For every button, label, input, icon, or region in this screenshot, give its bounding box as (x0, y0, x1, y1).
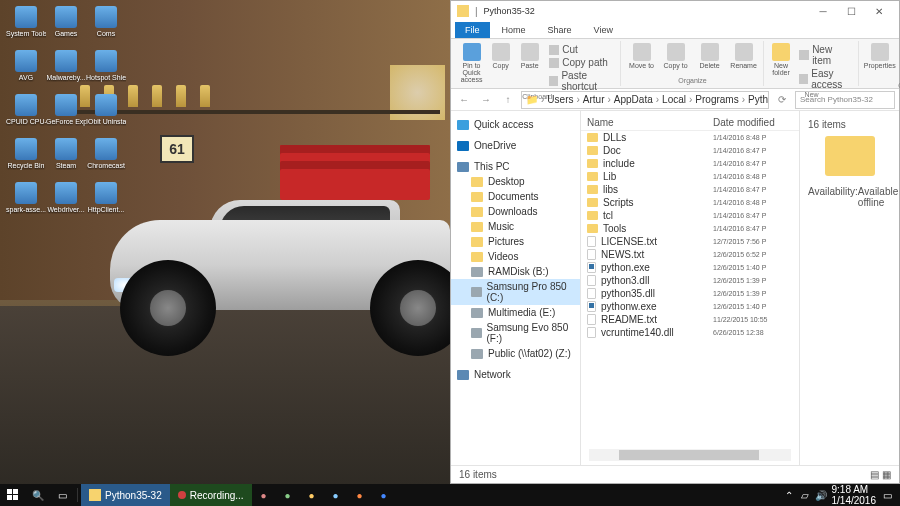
desktop-icon[interactable]: Webdriver... (46, 182, 86, 226)
paste-button[interactable]: Paste (517, 43, 542, 69)
nav-public[interactable]: Public (\\fat02) (Z:) (451, 346, 580, 361)
tray-app-1[interactable]: ● (252, 484, 276, 506)
nav-back[interactable]: ← (455, 91, 473, 109)
copyto-button[interactable]: Copy to (661, 43, 691, 69)
tray-app-5[interactable]: ● (348, 484, 372, 506)
copypath-button[interactable]: Copy path (546, 56, 615, 69)
desktop-icon[interactable]: IObit Uninstaller (86, 94, 126, 138)
notifications-icon[interactable]: ▭ (882, 490, 892, 500)
list-item[interactable]: DLLs1/14/2016 8:48 P (581, 131, 799, 144)
desktop-icon[interactable]: Hotspot Shield (86, 50, 126, 94)
list-item[interactable]: Tools1/14/2016 8:47 P (581, 222, 799, 235)
search-icon[interactable]: 🔍 (26, 484, 50, 506)
breadcrumb-item[interactable]: Python (748, 94, 769, 105)
list-item[interactable]: include1/14/2016 8:47 P (581, 157, 799, 170)
taskview-icon[interactable]: ▭ (50, 484, 74, 506)
desktop-icon[interactable]: Games (46, 6, 86, 50)
nav-downloads[interactable]: Downloads (451, 204, 580, 219)
list-item[interactable]: Doc1/14/2016 8:47 P (581, 144, 799, 157)
nav-network[interactable]: Network (451, 367, 580, 382)
nav-videos[interactable]: Videos (451, 249, 580, 264)
nav-samsungevo[interactable]: Samsung Evo 850 (F:) (451, 320, 580, 346)
nav-up[interactable]: ↑ (499, 91, 517, 109)
tab-view[interactable]: View (584, 22, 623, 38)
tray-app-3[interactable]: ● (300, 484, 324, 506)
copy-button[interactable]: Copy (488, 43, 513, 69)
breadcrumb-item[interactable]: Programs (695, 94, 738, 105)
start-button[interactable] (0, 484, 26, 506)
status-bar: 16 items ▤ ▦ (451, 465, 899, 483)
newitem-button[interactable]: New item (796, 43, 853, 67)
newfolder-button[interactable]: New folder (770, 43, 793, 76)
maximize-button[interactable]: ☐ (837, 2, 865, 20)
taskbar-item[interactable]: Recording... (170, 484, 252, 506)
desktop-icon[interactable]: HttpClient... (86, 182, 126, 226)
nav-multimedia[interactable]: Multimedia (E:) (451, 305, 580, 320)
nav-pictures[interactable]: Pictures (451, 234, 580, 249)
nav-quick[interactable]: Quick access (451, 117, 580, 132)
nav-music[interactable]: Music (451, 219, 580, 234)
moveto-button[interactable]: Move to (627, 43, 657, 69)
list-item[interactable]: Lib1/14/2016 8:48 P (581, 170, 799, 183)
desktop-icon[interactable]: Chromecast (86, 138, 126, 182)
close-button[interactable]: ✕ (865, 2, 893, 20)
list-header[interactable]: Name Date modified (581, 115, 799, 131)
nav-samsungpro[interactable]: Samsung Pro 850 (C:) (451, 279, 580, 305)
tray-chevron-icon[interactable]: ⌃ (784, 490, 794, 500)
list-item[interactable]: Scripts1/14/2016 8:48 P (581, 196, 799, 209)
nav-ramdisk[interactable]: RAMDisk (B:) (451, 264, 580, 279)
minimize-button[interactable]: ─ (809, 2, 837, 20)
desktop-icon[interactable]: Coms (86, 6, 126, 50)
list-item[interactable]: tcl1/14/2016 8:47 P (581, 209, 799, 222)
delete-button[interactable]: Delete (695, 43, 725, 69)
tab-file[interactable]: File (455, 22, 490, 38)
list-item[interactable]: pythonw.exe12/6/2015 1:40 P (581, 300, 799, 313)
desktop-icon[interactable]: AVG (6, 50, 46, 94)
nav-forward[interactable]: → (477, 91, 495, 109)
easyaccess-button[interactable]: Easy access (796, 67, 853, 91)
clock[interactable]: 9:18 AM 1/14/2016 (832, 484, 877, 506)
desktop-icon[interactable]: spark-asse... (6, 182, 46, 226)
list-item[interactable]: python.exe12/6/2015 1:40 P (581, 261, 799, 274)
breadcrumb-item[interactable]: Local (662, 94, 686, 105)
pin-button[interactable]: Pin to Quick access (459, 43, 484, 83)
desktop-icon[interactable]: GeForce Experience (46, 94, 86, 138)
tray-app-2[interactable]: ● (276, 484, 300, 506)
desktop-icon[interactable]: CPUID CPU-Z (6, 94, 46, 138)
search-input[interactable]: Search Python35-32 (795, 91, 895, 109)
col-name: Name (587, 117, 713, 128)
list-item[interactable]: README.txt11/22/2015 10:55 (581, 313, 799, 326)
desktop-icon[interactable]: Recycle Bin (6, 138, 46, 182)
desktop-icon[interactable]: System Tools (6, 6, 46, 50)
desktop-icon[interactable]: Steam (46, 138, 86, 182)
list-item[interactable]: LICENSE.txt12/7/2015 7:56 P (581, 235, 799, 248)
list-item[interactable]: python3.dll12/6/2015 1:39 P (581, 274, 799, 287)
nav-thispc[interactable]: This PC (451, 159, 580, 174)
breadcrumb[interactable]: 📁›Users›Artur›AppData›Local›Programs›Pyt… (521, 91, 769, 109)
titlebar[interactable]: | Python35-32 ─ ☐ ✕ (451, 1, 899, 21)
rename-button[interactable]: Rename (729, 43, 759, 69)
tray-app-4[interactable]: ● (324, 484, 348, 506)
breadcrumb-item[interactable]: Users (547, 94, 573, 105)
nav-documents[interactable]: Documents (451, 189, 580, 204)
list-item[interactable]: python35.dll12/6/2015 1:39 P (581, 287, 799, 300)
view-icons[interactable]: ▤ ▦ (870, 469, 891, 480)
breadcrumb-item[interactable]: AppData (614, 94, 653, 105)
h-scrollbar[interactable] (589, 449, 791, 461)
list-item[interactable]: NEWS.txt12/6/2015 6:52 P (581, 248, 799, 261)
list-item[interactable]: libs1/14/2016 8:47 P (581, 183, 799, 196)
refresh-button[interactable]: ⟳ (773, 91, 791, 109)
cut-button[interactable]: Cut (546, 43, 615, 56)
taskbar-item[interactable]: Python35-32 (81, 484, 170, 506)
breadcrumb-item[interactable]: Artur (583, 94, 605, 105)
tab-share[interactable]: Share (538, 22, 582, 38)
network-icon[interactable]: ▱ (800, 490, 810, 500)
tab-home[interactable]: Home (492, 22, 536, 38)
volume-icon[interactable]: 🔊 (816, 490, 826, 500)
desktop-icon[interactable]: Malwareby... (46, 50, 86, 94)
tray-app-6[interactable]: ● (372, 484, 396, 506)
nav-desktop[interactable]: Desktop (451, 174, 580, 189)
list-item[interactable]: vcruntime140.dll6/26/2015 12:38 (581, 326, 799, 339)
nav-onedrive[interactable]: OneDrive (451, 138, 580, 153)
properties-button[interactable]: Properties (865, 43, 895, 69)
